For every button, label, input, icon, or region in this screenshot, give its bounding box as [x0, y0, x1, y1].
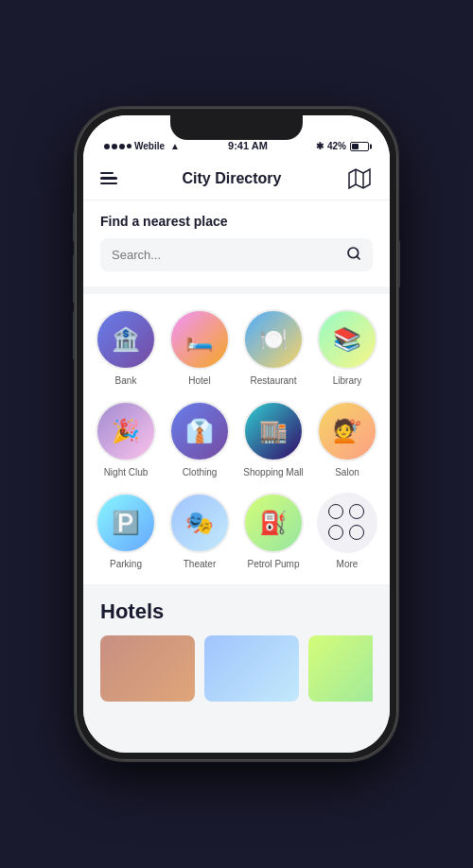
category-theater-label: Theater [184, 559, 216, 569]
category-clothing-label: Clothing [183, 467, 218, 477]
category-parking[interactable]: 🅿️ Parking [91, 493, 161, 569]
battery-percent: 42% [327, 141, 346, 151]
category-clothing[interactable]: 👔 Clothing [165, 401, 235, 477]
search-input[interactable] [112, 248, 339, 262]
find-title: Find a nearest place [100, 214, 373, 229]
category-theater-img: 🎭 [169, 493, 230, 553]
wifi-icon: ▲ [170, 141, 180, 151]
menu-bar-1 [100, 172, 114, 175]
signal-dot-4 [127, 144, 131, 148]
search-section: Find a nearest place [83, 200, 390, 286]
category-bank-img: 🏦 [96, 309, 156, 370]
volume-down-button [73, 311, 76, 360]
category-petrol-label: Petrol Pump [247, 559, 299, 569]
category-mall-label: Shopping Mall [243, 467, 303, 477]
category-restaurant[interactable]: 🍽️ Restaurant [238, 309, 308, 386]
app-header: City Directory [83, 157, 390, 200]
category-hotel-img: 🛏️ [169, 309, 230, 370]
category-salon-label: Salon [335, 467, 359, 477]
power-button [397, 240, 400, 287]
more-circles-grid [328, 504, 366, 542]
signal-dot-3 [119, 144, 125, 149]
volume-up-button [73, 254, 76, 304]
category-bank-label: Bank [115, 375, 137, 386]
hotels-section: Hotels [83, 584, 390, 713]
category-mall[interactable]: 🏬 Shopping Mall [238, 401, 308, 477]
hotels-title: Hotels [100, 599, 373, 624]
category-parking-label: Parking [110, 559, 142, 569]
battery-icon [350, 142, 369, 151]
category-mall-img: 🏬 [243, 401, 304, 461]
more-circle-4 [349, 525, 364, 540]
category-library-img: 📚 [317, 309, 377, 370]
more-circle-2 [349, 504, 364, 519]
search-icon[interactable] [346, 246, 361, 264]
category-nightclub[interactable]: 🎉 Night Club [91, 401, 161, 477]
menu-bar-3 [100, 182, 117, 185]
category-petrol[interactable]: ⛽ Petrol Pump [238, 493, 308, 569]
menu-button[interactable] [100, 172, 117, 185]
bluetooth-icon: ✱ [316, 141, 324, 151]
more-circle-1 [328, 504, 343, 519]
signal-dots [104, 144, 131, 149]
category-more[interactable]: More [312, 493, 382, 569]
map-button[interactable] [346, 165, 373, 192]
category-petrol-img: ⛽ [243, 493, 304, 553]
category-restaurant-label: Restaurant [251, 375, 297, 386]
hotel-card-1[interactable] [100, 635, 195, 702]
svg-marker-0 [349, 169, 370, 188]
category-restaurant-img: 🍽️ [243, 309, 304, 370]
category-nightclub-label: Night Club [104, 467, 149, 477]
category-hotel[interactable]: 🛏️ Hotel [165, 309, 235, 386]
main-content: Find a nearest place 🏦 Ba [83, 200, 390, 753]
category-section: 🏦 Bank 🛏️ Hotel 🍽️ Restaurant 📚 Library [83, 294, 390, 584]
battery-fill [352, 144, 359, 149]
phone-frame: Webile ▲ 9:41 AM ✱ 42% City Directory [76, 108, 397, 760]
signal-dot-1 [104, 144, 110, 149]
silent-button [73, 212, 76, 242]
category-salon[interactable]: 💇 Salon [312, 401, 382, 477]
phone-screen: Webile ▲ 9:41 AM ✱ 42% City Directory [83, 115, 390, 753]
category-parking-img: 🅿️ [96, 493, 156, 553]
status-time: 9:41 AM [228, 140, 268, 151]
category-bank[interactable]: 🏦 Bank [91, 309, 161, 386]
search-bar[interactable] [100, 238, 373, 271]
category-nightclub-img: 🎉 [96, 401, 156, 461]
category-theater[interactable]: 🎭 Theater [165, 493, 235, 569]
category-clothing-img: 👔 [169, 401, 230, 461]
category-more-label: More [337, 559, 359, 569]
carrier-label: Webile [134, 141, 165, 151]
category-library-label: Library [333, 375, 362, 386]
hotel-card-3[interactable] [308, 635, 373, 702]
hotel-card-2[interactable] [204, 635, 299, 702]
hotels-row [100, 635, 373, 702]
status-right: ✱ 42% [316, 141, 369, 151]
status-left: Webile ▲ [104, 141, 180, 151]
category-hotel-label: Hotel [188, 375, 210, 386]
map-icon [348, 167, 371, 190]
category-more-img [317, 493, 377, 553]
signal-dot-2 [112, 144, 117, 149]
more-circle-3 [328, 525, 343, 540]
menu-bar-2 [100, 177, 117, 180]
category-salon-img: 💇 [317, 401, 377, 461]
svg-line-4 [357, 256, 359, 259]
category-grid: 🏦 Bank 🛏️ Hotel 🍽️ Restaurant 📚 Library [91, 309, 382, 569]
app-title: City Directory [183, 170, 282, 187]
notch [170, 115, 303, 140]
category-library[interactable]: 📚 Library [312, 309, 382, 386]
